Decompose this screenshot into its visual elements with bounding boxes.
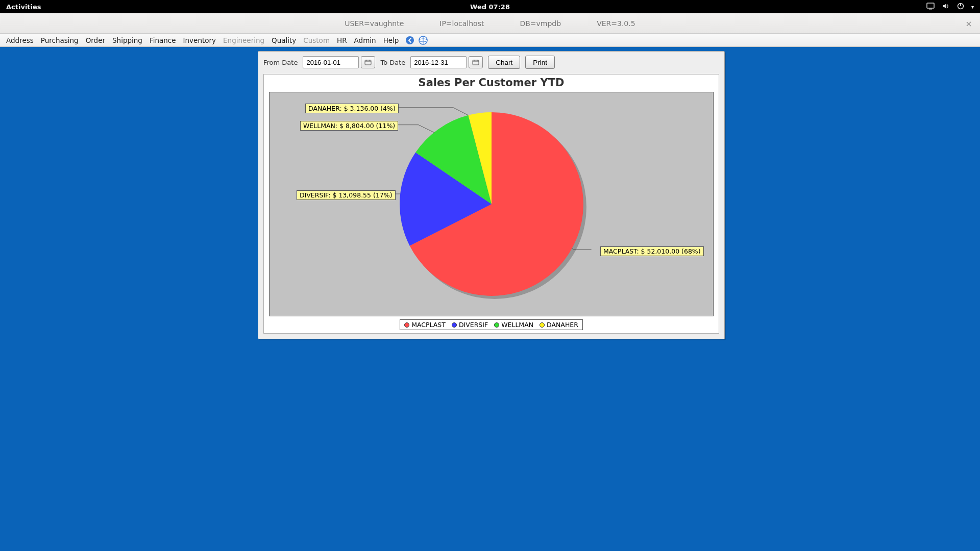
menu-help[interactable]: Help [380, 35, 402, 46]
menu-address[interactable]: Address [3, 35, 37, 46]
legend-swatch [494, 322, 499, 328]
status-user: USER=vaughnte [345, 19, 404, 28]
gnome-top-bar: Activities Wed 07:28 ▾ [0, 0, 980, 13]
legend-box: MACPLAST DIVERSIF WELLMAN DANAHER [400, 319, 583, 330]
menu-hr[interactable]: HR [334, 35, 350, 46]
svg-rect-8 [365, 60, 371, 65]
chart-plot: MACPLAST: $ 52,010.00 (68%) DIVERSIF: $ … [269, 92, 714, 316]
to-date-picker-button[interactable] [469, 56, 483, 68]
menu-finance[interactable]: Finance [146, 35, 179, 46]
print-button[interactable]: Print [525, 56, 555, 69]
legend-label: DIVERSIF [459, 321, 488, 329]
menubar: Address Purchasing Order Shipping Financ… [0, 34, 980, 47]
to-date-label: To Date [380, 59, 405, 66]
legend: MACPLAST DIVERSIF WELLMAN DANAHER [264, 319, 719, 333]
chart-card: Sales Per Customer YTD MACPLAST: $ [263, 74, 719, 334]
report-panel: From Date To Date Chart Print Sales Per … [258, 51, 725, 339]
close-icon[interactable]: × [963, 17, 975, 30]
legend-item-diversif: DIVERSIF [452, 321, 488, 329]
legend-label: MACPLAST [411, 321, 446, 329]
volume-icon[interactable] [942, 3, 950, 11]
callout-macplast: MACPLAST: $ 52,010.00 (68%) [600, 246, 704, 256]
legend-item-danaher: DANAHER [540, 321, 578, 329]
chart-title: Sales Per Customer YTD [264, 74, 719, 92]
pie-chart [400, 112, 583, 296]
callout-diversif: DIVERSIF: $ 13,098.55 (17%) [297, 190, 396, 200]
chevron-down-icon[interactable]: ▾ [971, 4, 974, 10]
app-titlebar: USER=vaughnte IP=localhost DB=vmpdb VER=… [0, 13, 980, 34]
activities-button[interactable]: Activities [0, 3, 47, 11]
menu-inventory[interactable]: Inventory [180, 35, 219, 46]
legend-label: WELLMAN [501, 321, 533, 329]
svg-rect-1 [929, 9, 932, 10]
clock: Wed 07:28 [470, 3, 510, 11]
menu-purchasing[interactable]: Purchasing [38, 35, 82, 46]
status-db: DB=vmpdb [520, 19, 561, 28]
legend-swatch [452, 322, 457, 328]
legend-item-macplast: MACPLAST [404, 321, 446, 329]
menu-custom: Custom [300, 35, 333, 46]
callout-wellman: WELLMAN: $ 8,804.00 (11%) [300, 121, 398, 131]
status-ver: VER=3.0.5 [597, 19, 635, 28]
legend-item-wellman: WELLMAN [494, 321, 533, 329]
menu-admin[interactable]: Admin [351, 35, 379, 46]
from-date-label: From Date [263, 59, 298, 66]
controls-row: From Date To Date Chart Print [258, 52, 724, 74]
chart-button[interactable]: Chart [488, 56, 520, 69]
menu-engineering: Engineering [220, 35, 267, 46]
to-date-input[interactable] [410, 56, 467, 68]
screen-icon[interactable] [926, 3, 935, 11]
menu-quality[interactable]: Quality [268, 35, 299, 46]
callout-danaher: DANAHER: $ 3,136.00 (4%) [305, 104, 399, 113]
from-date-picker-button[interactable] [361, 56, 375, 68]
system-tray[interactable]: ▾ [926, 3, 980, 11]
menu-order[interactable]: Order [83, 35, 108, 46]
svg-rect-0 [927, 3, 934, 8]
menu-shipping[interactable]: Shipping [109, 35, 145, 46]
svg-rect-12 [473, 60, 479, 65]
legend-swatch [540, 322, 545, 328]
from-date-input[interactable] [303, 56, 359, 68]
status-ip: IP=localhost [439, 19, 484, 28]
svg-point-4 [406, 36, 414, 44]
pie-wrap [400, 112, 583, 296]
calendar-icon [472, 59, 479, 65]
back-icon[interactable] [405, 35, 415, 45]
power-icon[interactable] [957, 3, 964, 11]
calendar-icon [364, 59, 372, 65]
globe-icon[interactable] [418, 35, 428, 45]
legend-swatch [404, 322, 409, 328]
legend-label: DANAHER [547, 321, 578, 329]
